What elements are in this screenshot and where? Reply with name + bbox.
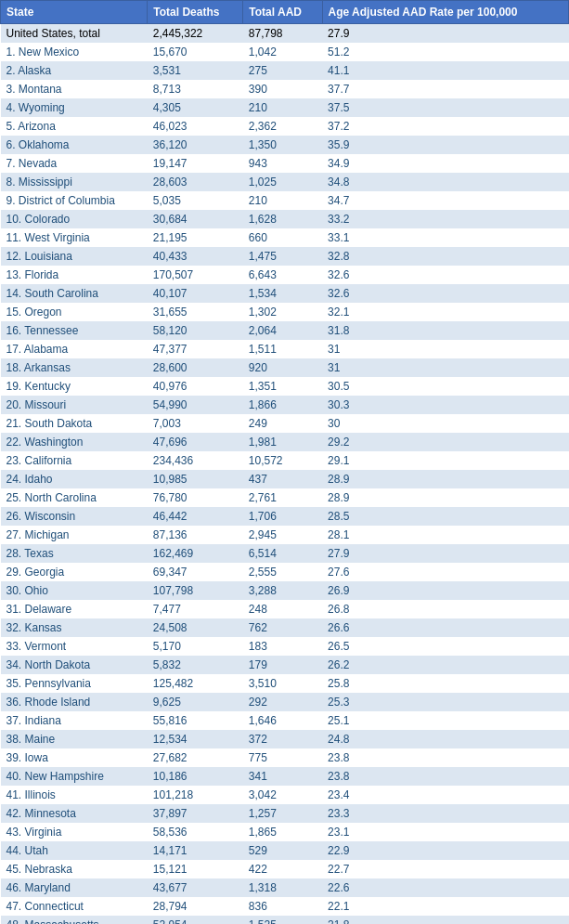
table-row-aad: 183 <box>243 637 322 656</box>
table-row-deaths: 19,147 <box>148 154 243 173</box>
table-row-rate: 29.1 <box>322 451 568 470</box>
header-total-aad: Total AAD <box>243 1 322 24</box>
table-row-aad: 1,511 <box>243 340 322 358</box>
table-row-rate: 23.4 <box>322 786 568 804</box>
table-row-deaths: 101,218 <box>148 786 243 804</box>
table-row-aad: 248 <box>243 600 322 618</box>
table-row-aad: 2,761 <box>243 488 322 507</box>
table-row-state: 20. Missouri <box>1 396 148 414</box>
table-row-rate: 26.2 <box>322 656 568 674</box>
table-row-rate: 31.8 <box>322 321 568 340</box>
table-row-aad: 1,475 <box>243 247 322 266</box>
table-row-rate: 23.3 <box>322 804 568 823</box>
table-row-aad: 1,981 <box>243 433 322 451</box>
table-row-state: 28. Texas <box>1 544 148 563</box>
table-row-aad: 2,945 <box>243 526 322 544</box>
table-row-deaths: 5,035 <box>148 191 243 210</box>
table-row-state: 36. Rhode Island <box>1 693 148 711</box>
table-row-state: 29. Georgia <box>1 563 148 581</box>
table-row-deaths: 87,136 <box>148 526 243 544</box>
table-row-state: 4. Wyoming <box>1 98 148 117</box>
header-rate: Age Adjusted AAD Rate per 100,000 <box>322 1 568 24</box>
table-row-deaths: 37,897 <box>148 804 243 823</box>
table-row-deaths: 40,433 <box>148 247 243 266</box>
table-row-rate: 23.1 <box>322 823 568 841</box>
table-row-rate: 32.1 <box>322 303 568 321</box>
table-row-rate: 41.1 <box>322 61 568 80</box>
table-row-state: 24. Idaho <box>1 470 148 488</box>
table-row-aad: 2,362 <box>243 117 322 136</box>
table-row-rate: 31 <box>322 358 568 377</box>
table-row-deaths: 9,625 <box>148 693 243 711</box>
header-state: State <box>1 1 148 24</box>
table-row-deaths: 46,023 <box>148 117 243 136</box>
table-row-rate: 26.5 <box>322 637 568 656</box>
table-row-deaths: 15,670 <box>148 43 243 61</box>
table-row-aad: 920 <box>243 358 322 377</box>
table-row-rate: 33.2 <box>322 210 568 228</box>
table-row-deaths: 14,171 <box>148 841 243 860</box>
table-row-rate: 25.3 <box>322 693 568 711</box>
table-row-state: 16. Tennessee <box>1 321 148 340</box>
table-row-aad: 836 <box>243 897 322 916</box>
table-row-deaths: 21,195 <box>148 228 243 247</box>
table-row-state: 3. Montana <box>1 80 148 98</box>
table-row-state: 15. Oregon <box>1 303 148 321</box>
table-row-state: 32. Kansas <box>1 618 148 637</box>
table-row-state: 11. West Virginia <box>1 228 148 247</box>
table-row-rate: 30 <box>322 414 568 433</box>
table-row-deaths: 58,536 <box>148 823 243 841</box>
table-row-rate: 25.1 <box>322 711 568 730</box>
table-row-state: 8. Mississippi <box>1 173 148 191</box>
table-row-deaths: 125,482 <box>148 674 243 693</box>
table-row-rate: 25.8 <box>322 674 568 693</box>
table-row-rate: 34.7 <box>322 191 568 210</box>
table-row-state: 40. New Hampshire <box>1 767 148 786</box>
table-row-state: 19. Kentucky <box>1 377 148 396</box>
table-row-aad: 437 <box>243 470 322 488</box>
table-row-deaths: 46,442 <box>148 507 243 526</box>
table-row-deaths: 43,677 <box>148 878 243 897</box>
table-row-rate: 33.1 <box>322 228 568 247</box>
table-row-state: 17. Alabama <box>1 340 148 358</box>
table-row-state: 5. Arizona <box>1 117 148 136</box>
table-row-state: 26. Wisconsin <box>1 507 148 526</box>
table-row-deaths: 8,713 <box>148 80 243 98</box>
table-row-state: 6. Oklahoma <box>1 136 148 154</box>
table-row-deaths: 10,985 <box>148 470 243 488</box>
table-row-aad: 1,318 <box>243 878 322 897</box>
table-row-deaths: 7,003 <box>148 414 243 433</box>
table-row-rate: 37.2 <box>322 117 568 136</box>
table-row-aad: 3,042 <box>243 786 322 804</box>
table-row-state: 1. New Mexico <box>1 43 148 61</box>
table-row-state: 14. South Carolina <box>1 284 148 303</box>
table-row-rate: 29.2 <box>322 433 568 451</box>
table-row-aad: 1,025 <box>243 173 322 191</box>
table-row-state: 41. Illinois <box>1 786 148 804</box>
table-row-state: 47. Connecticut <box>1 897 148 916</box>
table-row-state: 9. District of Columbia <box>1 191 148 210</box>
table-row-state: 22. Washington <box>1 433 148 451</box>
table-row-state: 18. Arkansas <box>1 358 148 377</box>
table-row-state: 37. Indiana <box>1 711 148 730</box>
table-row-state: 43. Virginia <box>1 823 148 841</box>
table-row-aad: 210 <box>243 191 322 210</box>
table-row-state: 48. Massachusetts <box>1 916 148 924</box>
table-row-deaths: 28,600 <box>148 358 243 377</box>
table-row-deaths: 5,832 <box>148 656 243 674</box>
table-row-state: 33. Vermont <box>1 637 148 656</box>
header-total-deaths: Total Deaths <box>148 1 243 24</box>
table-row-state: 12. Louisiana <box>1 247 148 266</box>
table-row-rate: 51.2 <box>322 43 568 61</box>
table-row-aad: 1,866 <box>243 396 322 414</box>
table-row-deaths: 7,477 <box>148 600 243 618</box>
table-row-rate: 22.7 <box>322 860 568 878</box>
table-row-aad: 87,798 <box>243 24 322 44</box>
table-row-deaths: 47,377 <box>148 340 243 358</box>
data-table: State Total Deaths Total AAD Age Adjuste… <box>0 0 569 924</box>
table-row-deaths: 170,507 <box>148 266 243 284</box>
table-row-state: 21. South Dakota <box>1 414 148 433</box>
table-row-state: 13. Florida <box>1 266 148 284</box>
table-row-aad: 210 <box>243 98 322 117</box>
table-row-deaths: 162,469 <box>148 544 243 563</box>
